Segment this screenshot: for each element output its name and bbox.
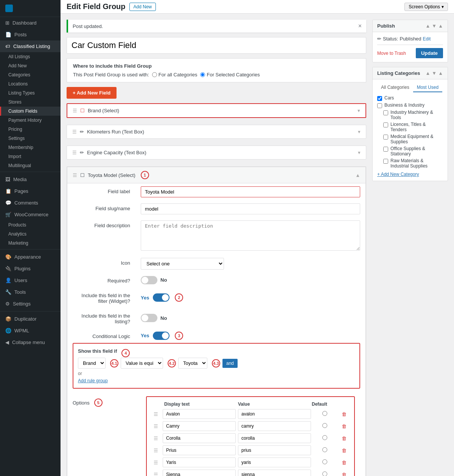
notice-close-button[interactable]: × — [358, 23, 362, 29]
option-default-corolla[interactable] — [313, 435, 336, 441]
sidebar-sub-membership[interactable]: Membership — [0, 143, 61, 152]
chevron-up-icon[interactable]: ▲ — [425, 70, 430, 76]
listing-toggle[interactable] — [141, 314, 157, 322]
field-desc-textarea[interactable] — [141, 220, 360, 251]
sidebar-item-classified-listing[interactable]: 🏷 Classified Listing — [0, 40, 61, 52]
sidebar-sub-products[interactable]: Products — [0, 220, 61, 229]
field-row-brand-header[interactable]: ☰ ☐ Brand (Select) ▾ — [67, 104, 365, 117]
sidebar-item-comments[interactable]: 💬 Comments — [0, 197, 61, 209]
field-row-engine-header[interactable]: ☰ ✏ Engine Capacity (Text Box) ▾ — [67, 146, 366, 159]
add-new-field-button[interactable]: + Add New Field — [67, 87, 117, 99]
option-value-corolla[interactable] — [238, 433, 311, 443]
delete-prius-button[interactable]: 🗑 — [338, 448, 350, 453]
delete-camry-button[interactable]: 🗑 — [338, 423, 350, 429]
option-display-corolla[interactable] — [163, 433, 236, 443]
field-group-title-input[interactable] — [67, 37, 366, 54]
sidebar-sub-all-listings[interactable]: All Listings — [0, 52, 61, 61]
option-display-yaris[interactable] — [163, 457, 236, 467]
sidebar-sub-stores[interactable]: Stores — [0, 98, 61, 107]
option-default-sienna[interactable] — [313, 471, 336, 476]
option-value-avalon[interactable] — [238, 409, 311, 419]
cat-checkbox-raw[interactable] — [383, 159, 388, 164]
sidebar-sub-payment-history[interactable]: Payment History — [0, 116, 61, 125]
option-value-yaris[interactable] — [238, 457, 311, 467]
for-selected-categories-label[interactable]: For Selected Categories — [200, 72, 260, 78]
sidebar-item-dashboard[interactable]: ⊞ Dashboard — [0, 17, 61, 29]
option-default-avalon[interactable] — [313, 411, 336, 417]
publish-edit-link[interactable]: Edit — [423, 36, 431, 42]
add-rule-group-button[interactable]: Add rule group — [78, 378, 108, 383]
expand-icon[interactable]: ▲ — [438, 23, 443, 29]
sidebar-item-pages[interactable]: 📋 Pages — [0, 185, 61, 197]
delete-yaris-button[interactable]: 🗑 — [338, 460, 350, 465]
most-used-tab[interactable]: Most Used — [413, 83, 442, 92]
sidebar-sub-listing-types[interactable]: Listing Types — [0, 88, 61, 98]
chevron-down-icon[interactable]: ▼ — [432, 23, 437, 29]
delete-avalon-button[interactable]: 🗑 — [338, 411, 350, 417]
sidebar-item-posts[interactable]: 📄 Posts — [0, 29, 61, 40]
option-default-camry[interactable] — [313, 423, 336, 429]
sidebar-item-tools[interactable]: 🔧 Tools — [0, 286, 61, 298]
option-default-prius[interactable] — [313, 447, 336, 453]
add-new-button[interactable]: Add New — [129, 3, 156, 11]
sidebar-sub-import[interactable]: Import — [0, 152, 61, 161]
filter-toggle[interactable] — [153, 293, 169, 302]
sidebar-item-plugins[interactable]: 🔌 Plugins — [0, 263, 61, 274]
delete-sienna-button[interactable]: 🗑 — [338, 472, 350, 476]
field-row-km-header[interactable]: ☰ ✏ Kilometers Run (Text Box) ▾ — [67, 125, 366, 138]
chevron-up-icon[interactable]: ▲ — [425, 23, 430, 29]
sidebar-sub-marketing[interactable]: Marketing — [0, 239, 61, 248]
sidebar-sub-categories[interactable]: Categories — [0, 70, 61, 79]
delete-corolla-button[interactable]: 🗑 — [338, 436, 350, 441]
for-selected-radio[interactable] — [200, 72, 205, 77]
cat-checkbox-licences[interactable] — [383, 122, 388, 127]
cat-checkbox-business[interactable] — [377, 103, 382, 108]
field-label-input[interactable] — [141, 186, 360, 197]
sidebar-item-media[interactable]: 🖼 Media — [0, 174, 61, 185]
sidebar-sub-locations[interactable]: Locations — [0, 79, 61, 88]
sidebar-sub-settings[interactable]: Settings — [0, 134, 61, 143]
sidebar-sub-add-new[interactable]: Add New — [0, 61, 61, 70]
sidebar-sub-custom-fields[interactable]: Custom Fields — [0, 107, 61, 116]
option-value-prius[interactable] — [238, 445, 311, 455]
option-display-camry[interactable] — [163, 421, 236, 431]
for-all-categories-label[interactable]: For all Categories — [152, 72, 197, 78]
sidebar-item-collapse[interactable]: ◀ Collapse menu — [0, 336, 61, 348]
sidebar-item-wpml[interactable]: 🌐 WPML — [0, 325, 61, 336]
expand-icon[interactable]: ▲ — [438, 70, 443, 76]
field-icon-select[interactable]: Select one — [141, 258, 224, 270]
cond-value-select[interactable]: Toyota — [178, 358, 207, 369]
field-slug-input[interactable] — [141, 203, 360, 214]
option-default-yaris[interactable] — [313, 459, 336, 465]
sidebar-sub-multilingual[interactable]: Multilingual — [0, 161, 61, 170]
cat-checkbox-office[interactable] — [383, 147, 388, 152]
option-value-camry[interactable] — [238, 421, 311, 431]
option-value-sienna[interactable] — [238, 470, 311, 476]
cond-and-button[interactable]: and — [222, 359, 238, 368]
sidebar-sub-pricing[interactable]: Pricing — [0, 125, 61, 134]
cat-checkbox-machinery[interactable] — [383, 110, 388, 115]
cat-checkbox-medical[interactable] — [383, 135, 388, 140]
sidebar-item-duplicator[interactable]: 📦 Duplicator — [0, 313, 61, 325]
add-new-category-link[interactable]: + Add New Category — [377, 172, 443, 177]
field-toyota-header[interactable]: ☰ ☐ Toyota Model (Select) 1 ▲ — [67, 167, 365, 183]
cat-checkbox-cars[interactable] — [377, 96, 382, 101]
screen-options-button[interactable]: Screen Options ▾ — [404, 3, 448, 11]
cond-toggle[interactable] — [153, 332, 169, 340]
move-to-trash-link[interactable]: Move to Trash — [377, 51, 406, 56]
chevron-down-icon[interactable]: ▼ — [432, 70, 437, 76]
sidebar-item-woocommerce[interactable]: 🛒 WooCommerce — [0, 209, 61, 220]
option-display-sienna[interactable] — [163, 470, 236, 476]
required-toggle[interactable] — [141, 276, 157, 284]
sidebar-item-appearance[interactable]: 🎨 Appearance — [0, 251, 61, 263]
option-display-avalon[interactable] — [163, 409, 236, 419]
sidebar-sub-analytics[interactable]: Analytics — [0, 229, 61, 239]
sidebar-item-settings[interactable]: ⚙ Settings — [0, 298, 61, 310]
cond-field-select[interactable]: Brand — [78, 358, 106, 369]
all-categories-tab[interactable]: All Categories — [377, 83, 413, 92]
sidebar-item-users[interactable]: 👤 Users — [0, 274, 61, 286]
cond-condition-select[interactable]: Value is equi — [121, 358, 163, 369]
for-all-radio[interactable] — [152, 72, 157, 77]
update-button[interactable]: Update — [416, 48, 443, 58]
option-display-prius[interactable] — [163, 445, 236, 455]
